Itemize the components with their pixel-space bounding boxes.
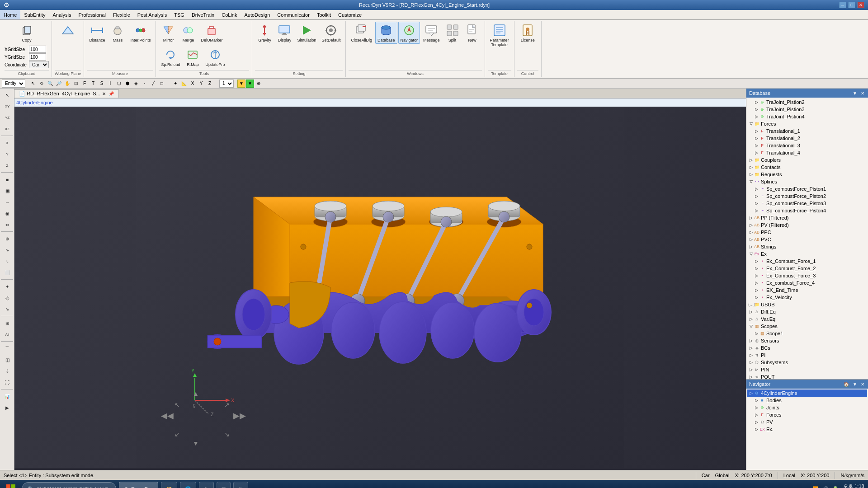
measure-tool[interactable]: 📐 bbox=[180, 80, 188, 88]
display-button[interactable]: Display bbox=[275, 22, 294, 44]
merge-button[interactable]: Merge bbox=[179, 22, 198, 44]
tree-splines-header[interactable]: ▽ ⋯ Splines bbox=[747, 178, 867, 185]
joint-tool[interactable]: XZ bbox=[1, 123, 14, 134]
analysis-tool[interactable]: 📊 bbox=[1, 391, 14, 402]
tree-ex-end-time[interactable]: ▷ • EX_End_Time bbox=[747, 286, 867, 294]
xgrid-input[interactable] bbox=[29, 46, 46, 53]
fit-tool[interactable]: ⊡ bbox=[72, 80, 80, 88]
tree-forces-header[interactable]: ▽ 📁 Forces bbox=[747, 120, 867, 127]
import-tool[interactable]: ⇩ bbox=[1, 366, 14, 376]
copy-button[interactable]: Copy bbox=[5, 22, 49, 44]
movie-tool[interactable]: ▶ bbox=[1, 402, 14, 413]
menu-professional[interactable]: Professional bbox=[75, 10, 109, 19]
updatepro-button[interactable]: UpdatePro bbox=[203, 46, 227, 68]
color2-tool[interactable]: ▼ bbox=[246, 80, 254, 88]
tree-strings-header[interactable]: ▷ AB Strings bbox=[747, 243, 867, 250]
top-view-tool[interactable]: T bbox=[89, 80, 97, 88]
viewport-tab-close[interactable]: ✕ bbox=[102, 91, 106, 96]
all-tool[interactable]: All bbox=[1, 329, 14, 340]
rotate-tool[interactable]: ↻ bbox=[38, 80, 46, 88]
taskbar-file-explorer[interactable]: 📁 bbox=[161, 482, 177, 488]
marker-create-tool[interactable]: ✦ bbox=[1, 281, 14, 292]
tree-item-trajoint3[interactable]: ▷ ⊕ TraJoint_Pistion3 bbox=[747, 106, 867, 113]
tree-translational3[interactable]: ▷ F Translational_3 bbox=[747, 142, 867, 149]
menu-post-analysis[interactable]: Post Analysis bbox=[134, 10, 170, 19]
tree-pi-header[interactable]: ▷ π PI bbox=[747, 352, 867, 359]
spline-tool[interactable]: ∿ bbox=[1, 304, 14, 314]
tree-scopes-header[interactable]: ▽ ▦ Scopes bbox=[747, 323, 867, 330]
tree-translational2[interactable]: ▷ F Translational_2 bbox=[747, 135, 867, 142]
nav-bodies[interactable]: ▷ ■ Bodies bbox=[747, 397, 867, 404]
taskbar-volume-icon[interactable]: 🔊 bbox=[822, 486, 829, 488]
tree-sp-piston1[interactable]: ▷ ⋯ Sp_combustForce_Piston1 bbox=[747, 185, 867, 192]
point-tool[interactable]: Y bbox=[1, 149, 14, 160]
y-axis-tool[interactable]: Y bbox=[197, 80, 205, 88]
minimize-button[interactable]: ─ bbox=[839, 2, 846, 8]
tree-sp-piston4[interactable]: ▷ ⋯ Sp_combustForce_Piston4 bbox=[747, 207, 867, 214]
side-view-tool[interactable]: S bbox=[98, 80, 106, 88]
distance-button[interactable]: Distance bbox=[87, 22, 107, 44]
tree-pin-header[interactable]: ▷ ⊳ PIN bbox=[747, 366, 867, 373]
split-button[interactable]: Split bbox=[443, 22, 462, 44]
setdefault-button[interactable]: SetDefault bbox=[319, 22, 343, 44]
tree-ppc-header[interactable]: ▷ AB PPC bbox=[747, 229, 867, 236]
entity-dropdown[interactable]: Entity Body Joint bbox=[2, 80, 25, 88]
taskbar-mail[interactable]: ✉ bbox=[217, 482, 231, 488]
tree-scope1[interactable]: ▷ ▦ Scope1 bbox=[747, 330, 867, 337]
pan-tool[interactable]: ✋ bbox=[63, 80, 71, 88]
x-axis-tool[interactable]: X bbox=[189, 80, 197, 88]
nav-pv[interactable]: ▷ Ω PV bbox=[747, 418, 867, 426]
damper-tool[interactable]: ≈ bbox=[1, 256, 14, 267]
db-filter-btn[interactable]: ▼ bbox=[852, 91, 858, 96]
tree-sp-piston2[interactable]: ▷ ⋯ Sp_combustForce_Piston2 bbox=[747, 192, 867, 200]
zoom-in-tool[interactable]: 🔍 bbox=[46, 80, 54, 88]
grid-tool[interactable]: ⊞ bbox=[1, 318, 14, 328]
multi-select-tool[interactable]: XY bbox=[1, 101, 14, 112]
gravity-button[interactable]: Gravity bbox=[255, 22, 274, 44]
surface-tool[interactable]: ◫ bbox=[1, 354, 14, 365]
marker-tool[interactable]: ✦ bbox=[171, 80, 179, 88]
inter-points-button[interactable]: Inter.Points bbox=[128, 22, 153, 44]
solid-tool[interactable]: ⬢ bbox=[123, 80, 132, 88]
mirror-button[interactable]: Mirror bbox=[159, 22, 178, 44]
taskbar-store[interactable]: 🛍 bbox=[233, 482, 248, 488]
tree-bcs-header[interactable]: ▷ ◈ BCs bbox=[747, 344, 867, 352]
taskbar-network-icon[interactable]: 📶 bbox=[812, 486, 819, 488]
navigator-button[interactable]: Navigator bbox=[398, 22, 420, 44]
front-view-tool[interactable]: F bbox=[80, 80, 89, 88]
tree-ex-combust4[interactable]: ▷ • Ex_combust_Force_4 bbox=[747, 279, 867, 286]
line-tool[interactable]: Z bbox=[1, 160, 14, 171]
tree-sp-piston3[interactable]: ▷ ⋯ Sp_combustForce_Piston3 bbox=[747, 200, 867, 207]
parameter-template-button[interactable]: ParameterTemplate bbox=[488, 22, 511, 48]
tree-ex-combust2[interactable]: ▷ • Ex_Combust_Force_2 bbox=[747, 265, 867, 272]
nav-filter-btn[interactable]: ▼ bbox=[852, 382, 858, 387]
select-tool[interactable]: ↖ bbox=[1, 89, 14, 100]
close-button[interactable]: ✕ bbox=[857, 2, 864, 8]
rmap-button[interactable]: R.Map bbox=[183, 46, 202, 68]
rigid-tool[interactable]: ■ bbox=[1, 174, 14, 185]
rev-joint-tool[interactable]: ◉ bbox=[1, 208, 14, 219]
z-axis-tool[interactable]: Z bbox=[206, 80, 214, 88]
menu-communicator[interactable]: Communicator bbox=[274, 10, 313, 19]
database-button[interactable]: Database bbox=[375, 22, 397, 44]
tree-item-trajoint4[interactable]: ▷ ⊕ TraJoint_Pistion4 bbox=[747, 113, 867, 120]
wireframe-tool[interactable]: ⬡ bbox=[115, 80, 123, 88]
sp-reload-button[interactable]: Sp.Reload bbox=[159, 46, 182, 68]
working-plane-button[interactable] bbox=[58, 22, 77, 39]
new-button[interactable]: New bbox=[463, 22, 482, 44]
curve-tool[interactable]: ⌒ bbox=[1, 343, 14, 354]
tree-usub-header[interactable]: (…) 📁 USUB bbox=[747, 301, 867, 308]
tree-pvc-header[interactable]: ▷ AB PVC bbox=[747, 236, 867, 243]
menu-colink[interactable]: CoLink bbox=[218, 10, 241, 19]
spring-tool[interactable]: ∿ bbox=[1, 244, 14, 255]
tree-pv-header[interactable]: ▷ AB PV (Filtered) bbox=[747, 221, 867, 229]
force-tool[interactable]: → bbox=[1, 197, 14, 207]
delmarker-button[interactable]: DelUMarker bbox=[198, 22, 225, 44]
nav-root[interactable]: ▷ ⚙ 4CylinderEngine bbox=[747, 389, 867, 397]
menu-autodesign[interactable]: AutoDesign bbox=[241, 10, 274, 19]
taskbar-clock[interactable]: 오후 1:18 2019-07-16 bbox=[842, 483, 865, 488]
sensor-tool[interactable]: ◎ bbox=[1, 292, 14, 303]
bushing-tool[interactable]: ⬜ bbox=[1, 267, 14, 278]
tree-ex-velocity[interactable]: ▷ • Ex_Velocity bbox=[747, 294, 867, 301]
tree-diffeq-header[interactable]: ▷ Δ Diff.Eq bbox=[747, 308, 867, 315]
